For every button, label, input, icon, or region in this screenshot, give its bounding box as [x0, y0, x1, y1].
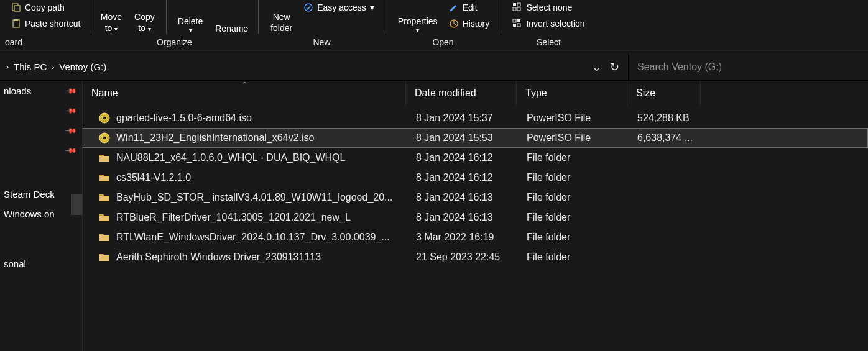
- file-name: NAU88L21_x64_1.0.6.0_WHQL - DUA_BIQ_WHQL: [116, 152, 345, 163]
- cell-name: Aerith Sephiroth Windows Driver_23091311…: [83, 252, 416, 263]
- navigation-sidebar[interactable]: nloads 📌 📌 📌 📌 Steam Deck Windows on son…: [0, 81, 82, 351]
- pin-icon: 📌: [65, 104, 78, 117]
- column-header-date[interactable]: Date modified: [406, 81, 517, 106]
- breadcrumb-this-pc[interactable]: This PC: [14, 62, 47, 72]
- sidebar-item[interactable]: 📌: [0, 101, 82, 121]
- table-row[interactable]: gparted-live-1.5.0-6-amd64.iso8 Jan 2024…: [83, 108, 868, 128]
- table-row[interactable]: NAU88L21_x64_1.0.6.0_WHQL - DUA_BIQ_WHQL…: [83, 148, 868, 168]
- chevron-down-icon: ▾: [189, 27, 192, 34]
- cell-date: 8 Jan 2024 15:53: [416, 132, 527, 144]
- folder-icon: [99, 232, 110, 243]
- disc-icon: [99, 132, 110, 144]
- copy-to-button[interactable]: Copyto ▾: [129, 0, 160, 34]
- file-rows: gparted-live-1.5.0-6-amd64.iso8 Jan 2024…: [83, 106, 868, 267]
- search-input[interactable]: [637, 62, 859, 73]
- breadcrumb-sep-icon: ›: [6, 63, 9, 71]
- invert-selection-icon: [512, 19, 522, 29]
- cell-name: RTLWlanE_WindowsDriver_2024.0.10.137_Drv…: [83, 232, 416, 243]
- ribbon-group-clipboard-label: oard: [4, 34, 22, 52]
- cell-date: 8 Jan 2024 16:13: [416, 192, 527, 203]
- refresh-button[interactable]: ↻: [610, 60, 619, 74]
- table-row[interactable]: RTBlueR_FilterDriver_1041.3005_1201.2021…: [83, 207, 868, 227]
- address-dropdown-button[interactable]: ⌄: [592, 60, 601, 74]
- ribbon-separator: [166, 0, 167, 34]
- table-row[interactable]: BayHub_SD_STOR_ installV3.4.01.89_W10W11…: [83, 188, 868, 207]
- ribbon-group-organize-label: Organize: [157, 34, 192, 52]
- file-name: gparted-live-1.5.0-6-amd64.iso: [116, 112, 252, 124]
- select-none-button[interactable]: Select none: [509, 0, 588, 15]
- cell-type: File folder: [527, 212, 637, 223]
- new-folder-button[interactable]: Newfolder: [265, 0, 297, 34]
- delete-button[interactable]: Delete ▾: [173, 0, 208, 34]
- sidebar-item-label: sonal: [4, 258, 26, 269]
- sidebar-scrollbar-thumb[interactable]: [71, 194, 82, 215]
- breadcrumb-current[interactable]: Ventoy (G:): [59, 62, 106, 72]
- cell-name: NAU88L21_x64_1.0.6.0_WHQL - DUA_BIQ_WHQL: [83, 152, 416, 163]
- cell-name: Win11_23H2_EnglishInternational_x64v2.is…: [83, 132, 416, 144]
- table-row[interactable]: RTLWlanE_WindowsDriver_2024.0.10.137_Drv…: [83, 227, 868, 247]
- cell-type: File folder: [527, 252, 637, 263]
- column-header-size[interactable]: Size: [627, 81, 701, 106]
- sort-indicator-icon: ⌃: [242, 81, 247, 88]
- paste-shortcut-icon: [11, 19, 21, 29]
- history-label: History: [463, 19, 490, 29]
- breadcrumb-sep-icon: ›: [52, 63, 54, 71]
- svg-rect-13: [517, 24, 520, 27]
- cell-date: 8 Jan 2024 15:37: [416, 112, 527, 124]
- move-to-button[interactable]: Moveto ▾: [96, 0, 127, 34]
- sidebar-item-personal[interactable]: sonal: [0, 253, 82, 273]
- address-bar: › This PC › Ventoy (G:) ⌄ ↻: [0, 53, 868, 81]
- column-header-name-label: Name: [91, 88, 118, 99]
- sidebar-item-label: Steam Deck: [4, 189, 55, 199]
- history-button[interactable]: History: [445, 16, 494, 31]
- edit-button[interactable]: Edit: [445, 0, 494, 15]
- column-header-type[interactable]: Type: [517, 81, 627, 106]
- paste-shortcut-button[interactable]: Paste shortcut: [7, 16, 85, 31]
- delete-label: Delete: [178, 16, 203, 26]
- ribbon-separator: [258, 0, 259, 34]
- properties-button[interactable]: Properties ▾: [393, 0, 443, 34]
- cell-size: 6,638,374 ...: [637, 132, 711, 144]
- cell-date: 8 Jan 2024 16:12: [416, 152, 527, 163]
- sidebar-item-downloads[interactable]: nloads 📌: [0, 81, 82, 101]
- rename-button[interactable]: Rename: [210, 0, 253, 34]
- folder-icon: [99, 172, 110, 183]
- sidebar-item[interactable]: 📌: [0, 140, 82, 160]
- ribbon-group-select-label: Select: [537, 34, 561, 52]
- ribbon-separator: [91, 0, 91, 34]
- easy-access-button[interactable]: Easy access ▾: [300, 0, 378, 15]
- column-headers: Name ⌃ Date modified Type Size: [83, 81, 868, 106]
- easy-access-icon: [303, 2, 313, 12]
- pin-icon: 📌: [65, 144, 78, 157]
- copy-path-label: Copy path: [25, 2, 65, 12]
- file-name: RTLWlanE_WindowsDriver_2024.0.10.137_Drv…: [116, 232, 390, 243]
- file-name: cs35l41-V1.2.1.0: [116, 172, 191, 183]
- table-row[interactable]: Win11_23H2_EnglishInternational_x64v2.is…: [83, 128, 868, 148]
- column-header-name[interactable]: Name ⌃: [83, 81, 406, 106]
- file-name: BayHub_SD_STOR_ installV3.4.01.89_W10W11…: [116, 192, 392, 203]
- sidebar-item[interactable]: 📌: [0, 121, 82, 140]
- copy-path-button[interactable]: Copy path: [7, 0, 85, 15]
- svg-rect-12: [513, 24, 516, 27]
- edit-label: Edit: [463, 2, 478, 12]
- select-none-label: Select none: [526, 2, 572, 12]
- search-box[interactable]: [628, 53, 868, 80]
- sidebar-item-steam-deck[interactable]: Steam Deck: [0, 184, 82, 204]
- invert-selection-button[interactable]: Invert selection: [509, 16, 588, 31]
- move-to-label: Moveto ▾: [101, 11, 122, 34]
- cell-type: File folder: [527, 232, 637, 243]
- column-header-date-label: Date modified: [415, 88, 476, 99]
- rename-label: Rename: [215, 24, 248, 34]
- ribbon: Copy path Paste shortcut oard Moveto ▾ C…: [0, 0, 868, 53]
- table-row[interactable]: Aerith Sephiroth Windows Driver_23091311…: [83, 247, 868, 267]
- svg-rect-10: [513, 19, 516, 22]
- column-header-type-label: Type: [525, 88, 547, 99]
- cell-date: 21 Sep 2023 22:45: [416, 252, 527, 263]
- breadcrumb[interactable]: › This PC › Ventoy (G:): [0, 53, 588, 80]
- table-row[interactable]: cs35l41-V1.2.1.08 Jan 2024 16:12File fol…: [83, 168, 868, 188]
- svg-rect-11: [517, 19, 520, 22]
- cell-type: File folder: [527, 172, 637, 183]
- cell-size: 524,288 KB: [637, 112, 711, 124]
- sidebar-item-windows-on[interactable]: Windows on: [0, 204, 82, 224]
- cell-type: PowerISO File: [527, 132, 637, 144]
